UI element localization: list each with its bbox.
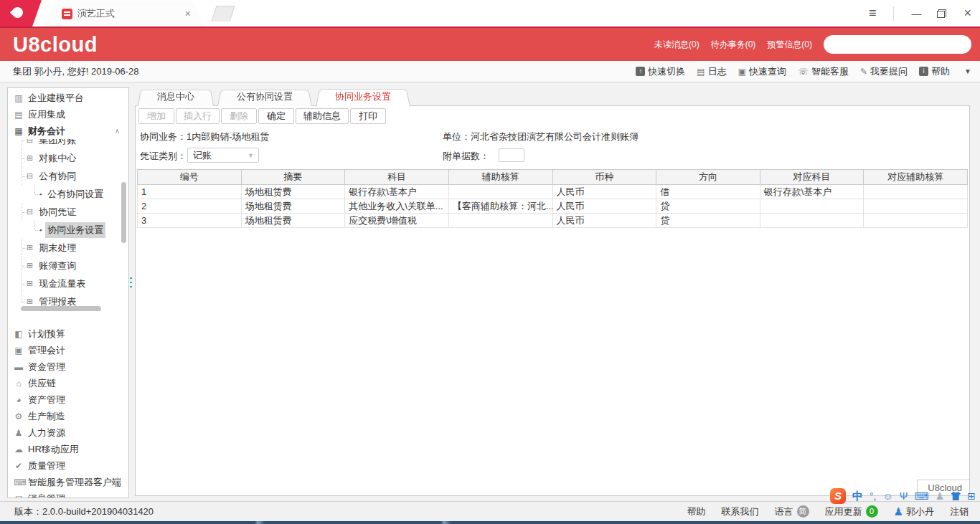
cell-number[interactable]: 1 xyxy=(138,185,242,199)
print-button[interactable]: 打印 xyxy=(350,108,386,124)
cell-currency[interactable]: 人民币 xyxy=(552,199,656,214)
collapse-toggle-icon[interactable]: ⊟ xyxy=(27,207,33,216)
logout-link[interactable]: 注销 xyxy=(950,505,969,518)
sidebar-item-human-resources[interactable]: ♟ 人力资源 xyxy=(8,424,128,441)
tree-node-group-reconciliation[interactable]: ⊟ 集团对账 xyxy=(8,139,128,149)
sidebar-item-hr-mobile[interactable]: ☁ HR移动应用 xyxy=(8,441,128,457)
cell-aux[interactable]: 【客商辅助核算：河北... xyxy=(448,199,552,214)
tree-node-reconciliation-center[interactable]: ⊞ 对账中心 xyxy=(8,149,128,167)
language-switch[interactable]: 语言 简 xyxy=(775,505,809,518)
collapse-chevron-icon[interactable]: ∧ xyxy=(115,127,120,135)
login-person-icon[interactable]: ♟ xyxy=(936,490,945,502)
tree-node-collab-voucher[interactable]: ⊟ 协同凭证 xyxy=(8,203,128,221)
alert-link[interactable]: 预警信息(0) xyxy=(767,39,812,51)
sogou-logo-icon[interactable]: S xyxy=(830,488,846,504)
sidebar-item-supply-chain[interactable]: ⌂ 供应链 xyxy=(8,375,128,391)
sidebar-item-message-management[interactable]: ✉ 消息管理 xyxy=(8,490,128,498)
browser-tab[interactable]: 演艺正式 × xyxy=(43,1,204,27)
new-tab-button[interactable] xyxy=(211,6,235,22)
expand-toggle-icon[interactable]: ⊞ xyxy=(27,261,33,270)
tree-node-cash-flow[interactable]: ⊞ 现金流量表 xyxy=(8,275,128,292)
expand-toggle-icon[interactable]: ⊞ xyxy=(27,243,33,252)
cell-summary[interactable]: 场地租赁费 xyxy=(241,199,345,214)
maximize-restore-icon[interactable] xyxy=(937,9,946,18)
delete-button[interactable]: 删除 xyxy=(221,108,257,124)
help-link[interactable]: 帮助 xyxy=(687,505,706,518)
app-update[interactable]: 应用更新 0 xyxy=(825,505,878,518)
tree-leaf-collab-business-settings[interactable]: ▪ 协同业务设置 xyxy=(8,221,128,239)
sidebar-item-manufacturing[interactable]: ⚙ 生产制造 xyxy=(8,408,128,424)
cell-summary[interactable]: 场地租赁费 xyxy=(241,185,345,199)
tree-leaf-public-collab-settings[interactable]: ▪ 公有协同设置 xyxy=(8,185,128,203)
tree-node-ledger-query[interactable]: ⊞ 账簿查询 xyxy=(8,257,128,275)
aux-info-button[interactable]: 辅助信息 xyxy=(296,108,349,124)
help-button[interactable]: i 帮助 xyxy=(919,65,950,78)
cell-direction[interactable]: 贷 xyxy=(656,214,760,228)
sidebar-item-planning-budget[interactable]: ◧ 计划预算 xyxy=(8,325,128,342)
cell-currency[interactable]: 人民币 xyxy=(552,185,656,199)
cell-counter-aux[interactable] xyxy=(864,214,968,228)
insert-row-button[interactable]: 插入行 xyxy=(176,108,220,124)
tab-collab-business-settings[interactable]: 协同业务设置 xyxy=(316,87,410,107)
add-button[interactable]: 增加 xyxy=(138,108,174,124)
log-button[interactable]: ▤ 日志 xyxy=(697,65,726,78)
sidebar-item-app-integration[interactable]: ▤ 应用集成 xyxy=(8,106,128,123)
global-search-input[interactable] xyxy=(824,35,971,54)
quick-switch-button[interactable]: ↑ 快速切换 xyxy=(636,65,685,78)
sidebar-item-management-accounting[interactable]: ▣ 管理会计 xyxy=(8,342,128,358)
cell-summary[interactable]: 场地租赁费 xyxy=(241,214,345,228)
cell-counter-account[interactable]: 银行存款\基本户 xyxy=(760,185,864,199)
cell-counter-aux[interactable] xyxy=(864,185,968,199)
cell-direction[interactable]: 借 xyxy=(656,185,760,199)
sidebar-item-fund-management[interactable]: ▬ 资金管理 xyxy=(8,358,128,375)
contact-us-link[interactable]: 联系我们 xyxy=(722,505,759,518)
minimize-icon[interactable]: — xyxy=(911,8,920,19)
microphone-icon[interactable]: Ψ xyxy=(900,490,908,502)
tree-horizontal-scrollbar[interactable] xyxy=(21,306,101,311)
quick-query-button[interactable]: ▣ 快速查询 xyxy=(738,65,786,78)
cell-direction[interactable]: 贷 xyxy=(656,199,760,214)
sidebar-splitter-handle[interactable] xyxy=(130,277,132,290)
cell-currency[interactable]: 人民币 xyxy=(552,214,656,228)
collapse-toggle-icon[interactable]: ⊟ xyxy=(27,139,33,145)
sidebar-item-financial-accounting[interactable]: ▦ 财务会计 ∧ xyxy=(8,123,128,139)
table-row[interactable]: 3 场地租赁费 应交税费\增值税 人民币 贷 xyxy=(138,214,968,228)
expand-toggle-icon[interactable]: ⊞ xyxy=(27,153,33,163)
sidebar-item-quality-management[interactable]: ✔ 质量管理 xyxy=(8,457,128,474)
tree-vertical-scrollbar[interactable] xyxy=(121,182,126,243)
cell-number[interactable]: 2 xyxy=(138,199,242,214)
expand-toggle-icon[interactable]: ⊞ xyxy=(27,279,33,288)
cell-counter-account[interactable] xyxy=(760,214,864,228)
emoji-icon[interactable]: ☺ xyxy=(882,490,892,502)
current-user[interactable]: ♟ 郭小丹 xyxy=(894,505,934,518)
tab-message-center[interactable]: 消息中心 xyxy=(138,88,214,106)
toolbox-grid-icon[interactable]: ⊞ xyxy=(967,490,976,502)
todo-link[interactable]: 待办事务(0) xyxy=(711,39,756,51)
punctuation-icon[interactable]: °, xyxy=(870,490,877,502)
table-row[interactable]: 2 场地租赁费 其他业务收入\关联单... 【客商辅助核算：河北... 人民币 … xyxy=(138,199,968,214)
cell-counter-aux[interactable] xyxy=(864,199,968,214)
chevron-down-icon[interactable]: ▼ xyxy=(964,67,971,75)
table-row[interactable]: 1 场地租赁费 银行存款\基本户 人民币 借 银行存款\基本户 xyxy=(138,185,968,199)
expand-toggle-icon[interactable]: ⊞ xyxy=(27,297,33,306)
skin-shirt-icon[interactable] xyxy=(951,492,961,500)
window-close-icon[interactable]: × xyxy=(963,6,971,21)
sidebar-item-asset-management[interactable]: ◕ 资产管理 xyxy=(8,391,128,408)
keyboard-icon[interactable]: ⌨ xyxy=(914,490,928,502)
cell-aux[interactable] xyxy=(448,185,552,199)
cell-account[interactable]: 其他业务收入\关联单... xyxy=(345,199,449,214)
voucher-type-select[interactable]: 记账 ▼ xyxy=(187,148,259,163)
cell-account[interactable]: 应交税费\增值税 xyxy=(345,214,449,228)
collapse-toggle-icon[interactable]: ⊟ xyxy=(27,171,33,181)
sidebar-item-enterprise-modeling[interactable]: ▥ 企业建模平台 xyxy=(8,90,128,106)
ask-question-button[interactable]: ✎ 我要提问 xyxy=(860,65,908,78)
chinese-mode-icon[interactable]: 中 xyxy=(852,490,863,503)
tab-public-collab-settings[interactable]: 公有协同设置 xyxy=(217,88,312,106)
cell-account[interactable]: 银行存款\基本户 xyxy=(345,185,449,199)
unread-messages-link[interactable]: 未读消息(0) xyxy=(654,39,699,51)
tree-node-public-collaboration[interactable]: ⊟ 公有协同 xyxy=(8,167,128,185)
cell-counter-account[interactable] xyxy=(760,199,864,214)
cell-number[interactable]: 3 xyxy=(138,214,242,228)
tree-node-period-end[interactable]: ⊞ 期末处理 xyxy=(8,239,128,257)
confirm-button[interactable]: 确定 xyxy=(258,108,294,124)
